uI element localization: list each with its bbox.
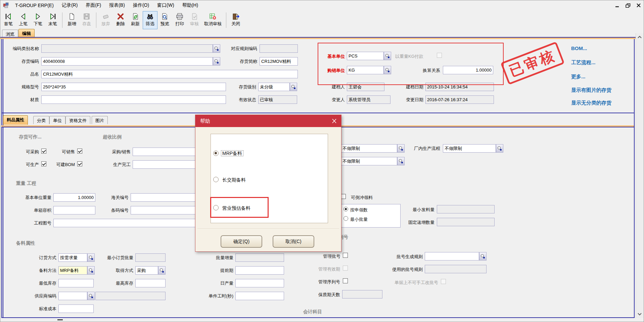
first-record-button[interactable]: 首笔 — [1, 11, 16, 29]
limit1-field[interactable]: 不做限制 — [341, 144, 397, 153]
refresh-button[interactable]: 刷新 — [128, 11, 143, 29]
menu-help[interactable]: 帮助(H) — [178, 1, 202, 10]
item-name-field[interactable]: CR12MOV精料 — [41, 70, 298, 78]
barcode-field[interactable] — [131, 206, 200, 214]
subtab-category[interactable]: 分类 — [33, 116, 49, 124]
can-purchase-checkbox[interactable] — [41, 149, 46, 154]
exit-button[interactable]: 关闭 — [228, 11, 243, 29]
filter-button[interactable]: 筛选 — [143, 11, 157, 29]
vertical-scrollbar[interactable] — [636, 33, 644, 318]
level-field[interactable]: 未分级 — [258, 83, 290, 91]
supplier-field[interactable] — [58, 292, 87, 300]
box-volume-field[interactable] — [53, 206, 95, 214]
lookup-button[interactable] — [384, 52, 391, 60]
lead-time-field[interactable] — [235, 266, 284, 275]
sales-forecast-option[interactable]: 营业预估备料 — [222, 205, 250, 211]
lookup-button[interactable] — [397, 157, 405, 165]
lookup-button[interactable] — [87, 292, 95, 300]
by-request-radio[interactable] — [343, 207, 348, 211]
cancel-button[interactable]: 取消(C) — [273, 235, 314, 248]
lookup-button[interactable] — [496, 144, 503, 153]
customs-field[interactable] — [131, 193, 200, 202]
close-icon[interactable] — [634, 2, 643, 8]
acquire-field[interactable]: 采购 — [135, 266, 158, 275]
next-record-button[interactable]: 下笔 — [31, 11, 45, 29]
manage-serial-checkbox[interactable] — [343, 278, 348, 283]
lookup-button[interactable] — [384, 66, 391, 74]
bom-link[interactable]: BOM... — [571, 45, 587, 51]
scroll-down-icon[interactable] — [636, 311, 643, 318]
limit2-field[interactable]: 不做限制 — [341, 157, 397, 165]
cancel-audit-button[interactable]: 取消审核 — [202, 11, 224, 29]
backflush-checkbox[interactable] — [341, 194, 346, 199]
preview-button[interactable]: 预览 — [157, 11, 172, 29]
tab-browse[interactable]: 浏览 — [2, 30, 18, 38]
dialog-close-icon[interactable] — [327, 115, 341, 127]
item-short-field[interactable]: CR12MOV精料 — [260, 57, 298, 66]
minimize-icon[interactable] — [613, 2, 622, 8]
new-button[interactable]: 新增 — [64, 11, 79, 29]
factory-flow-field[interactable]: 不做限制 — [443, 144, 496, 153]
lookup-button[interactable] — [479, 252, 487, 260]
no-manual-batch-label: 单据上不可手工改批号 — [384, 280, 438, 285]
conversion-label: 换算关系 — [416, 68, 440, 73]
over-prod-field[interactable] — [133, 160, 200, 169]
show-with-image-link[interactable]: 显示有图片的存货 — [571, 87, 611, 93]
daily-output-field[interactable] — [235, 279, 284, 287]
lookup-button[interactable] — [158, 266, 166, 275]
last-record-button[interactable]: 末笔 — [45, 11, 60, 29]
subtab-qualification[interactable]: 资格文件 — [65, 116, 90, 124]
can-bom-checkbox[interactable] — [77, 161, 82, 166]
min-batch-radio[interactable] — [343, 216, 348, 221]
spec-field[interactable]: 250*240*35 — [41, 83, 226, 91]
lookup-button[interactable] — [213, 44, 220, 53]
menu-window[interactable]: 窗口(W) — [153, 1, 178, 10]
base-weight-field[interactable]: 1.00000 — [53, 193, 95, 202]
conversion-field[interactable]: 1.00000 — [443, 66, 493, 74]
item-code-field[interactable]: 400400008 — [41, 57, 213, 66]
restore-icon[interactable] — [624, 2, 632, 8]
menu-report[interactable]: 报表(B) — [105, 1, 129, 10]
delete-button[interactable]: 删除 — [113, 11, 128, 29]
drawing-field[interactable] — [53, 219, 200, 227]
unit-hours-field[interactable] — [235, 292, 284, 300]
subtab-unit[interactable]: 单位 — [49, 116, 65, 124]
long-lead-radio[interactable] — [213, 177, 219, 182]
base-unit-field[interactable]: PCS — [347, 52, 384, 60]
lookup-button[interactable] — [87, 253, 95, 262]
menu-record[interactable]: 记录(R) — [58, 1, 82, 10]
max-stock-field[interactable] — [135, 279, 166, 287]
process-flow-link[interactable]: 工艺流程... — [571, 59, 596, 66]
mrp-prep-option[interactable]: MRP备料 — [221, 151, 243, 157]
ok-button[interactable]: 确定(Q) — [221, 235, 262, 248]
more-link[interactable]: 更多... — [571, 74, 586, 80]
mrp-prep-radio[interactable] — [213, 151, 219, 156]
lookup-button[interactable] — [87, 266, 95, 275]
prep-method-field[interactable]: MRP备料 — [58, 266, 87, 275]
batch-rule-field[interactable] — [425, 252, 479, 260]
order-mode-field[interactable]: 按需求量 — [58, 253, 87, 262]
lookup-button[interactable] — [213, 57, 220, 66]
menu-operate[interactable]: 操作(O) — [129, 1, 153, 10]
long-lead-option[interactable]: 长交期备料 — [222, 177, 246, 183]
sales-forecast-radio[interactable] — [213, 205, 219, 210]
can-produce-checkbox[interactable] — [41, 161, 46, 166]
prev-record-button[interactable]: 上笔 — [16, 11, 31, 29]
print-button[interactable]: 打印 — [172, 11, 187, 29]
lookup-button[interactable] — [290, 83, 297, 91]
menu-interface[interactable]: 界面(F) — [82, 1, 105, 10]
scroll-up-icon[interactable] — [636, 33, 643, 41]
over-ps-field[interactable] — [133, 148, 200, 156]
show-unclassified-link[interactable]: 显示无分类的存货 — [571, 100, 611, 106]
subtab-item-attrs[interactable]: 料品属性 — [3, 115, 28, 125]
trade-unit-field[interactable]: KG — [347, 66, 384, 74]
min-stock-field[interactable] — [58, 279, 94, 287]
lookup-button[interactable] — [397, 144, 405, 153]
subtab-image[interactable]: 图片 — [92, 116, 108, 124]
manage-batch-checkbox[interactable] — [343, 253, 348, 258]
menu-app[interactable]: T-GROUP ERP(E) — [11, 1, 58, 10]
material-field[interactable] — [41, 95, 226, 104]
tab-edit[interactable]: 编辑 — [18, 29, 35, 38]
std-cost-field[interactable] — [58, 305, 94, 313]
can-sell-checkbox[interactable] — [77, 149, 82, 154]
